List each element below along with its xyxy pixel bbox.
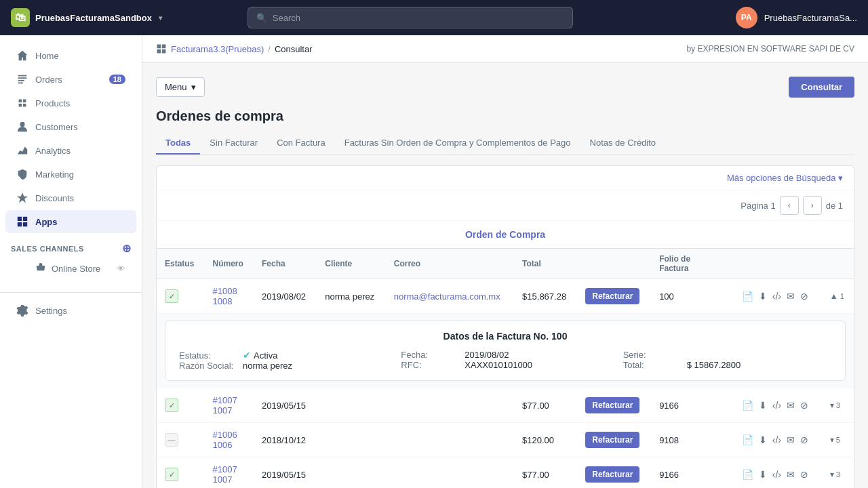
consultar-button[interactable]: Consultar [789,77,854,98]
email-icon[interactable]: ✉ [785,289,796,303]
cancel-icon[interactable]: ⊘ [799,468,810,481]
pagination-prev-button[interactable]: ‹ [780,196,799,215]
order-link[interactable]: #1007 [212,464,245,474]
pagination-bar: Página 1 ‹ › de 1 [157,190,854,221]
sidebar-item-discounts[interactable]: Discounts [5,186,136,209]
col-numero: Número [204,249,254,279]
serie-label: Serie: [623,350,684,360]
apps-icon [16,216,28,228]
code-icon[interactable]: ‹/› [771,433,783,447]
breadcrumb-parent[interactable]: Facturama3.3(Pruebas) [171,44,264,54]
brand[interactable]: 🛍 PruebasFacturamaSandbox ▾ [11,8,162,27]
pdf-icon[interactable]: 📄 [741,433,755,447]
order-link-2[interactable]: 1006 [212,440,245,450]
search-input[interactable] [273,13,564,23]
order-link[interactable]: #1008 [212,286,245,296]
settings-label: Settings [35,306,67,316]
expand-button[interactable]: ▾ 3 [830,401,840,410]
store-dropdown-icon[interactable]: ▾ [159,14,162,22]
download-icon[interactable]: ⬇ [757,399,768,412]
sidebar-item-analytics[interactable]: Analytics [5,139,136,162]
invoice-detail-cell: Datos de la Factura No. 100 Estatus: ✔ A… [157,314,854,388]
sidebar-item-customers[interactable]: Customers [5,115,136,138]
sidebar-item-settings[interactable]: Settings [5,299,136,322]
sidebar-item-orders[interactable]: Orders 18 [5,68,136,91]
sidebar-item-products[interactable]: Products [5,92,136,115]
row-folio: 9166 [651,388,732,423]
order-link-2[interactable]: 1007 [212,405,245,415]
refacturar-button[interactable]: Refacturar [585,288,639,304]
code-icon[interactable]: ‹/› [771,468,783,481]
row-total: $15,867.28 [514,279,577,314]
row-icons: 📄 ⬇ ‹/› ✉ ⊘ [732,388,822,423]
topnav: 🛍 PruebasFacturamaSandbox ▾ 🔍 PA Pruebas… [0,0,868,35]
row-estatus: ✓ [157,458,204,489]
avatar[interactable]: PA [736,7,757,28]
cancel-icon[interactable]: ⊘ [799,433,810,447]
email-icon[interactable]: ✉ [785,399,796,412]
estatus-icon-gray: — [165,433,178,447]
email-icon[interactable]: ✉ [785,433,796,447]
row-fecha: 2018/10/12 [254,423,317,458]
sidebar-item-online-store[interactable]: Online Store 👁 [5,258,136,279]
customers-icon [16,121,28,133]
sidebar-item-marketing[interactable]: Marketing [5,163,136,186]
razon-social-label: Razón Social: [179,361,240,371]
tab-facturas-sin-orden[interactable]: Facturas Sin Orden de Compra y Complemen… [335,132,580,155]
pagination-next-button[interactable]: › [803,196,822,215]
code-icon[interactable]: ‹/› [771,289,783,303]
code-icon[interactable]: ‹/› [771,399,783,412]
download-icon[interactable]: ⬇ [757,433,768,447]
orders-table-card: Más opciones de Búsqueda ▾ Página 1 ‹ › … [156,165,854,488]
order-link[interactable]: #1006 [212,430,245,440]
sidebar-item-home[interactable]: Home [5,44,136,67]
add-sales-channel-icon[interactable]: ⊕ [122,242,132,255]
marketing-icon [16,168,28,180]
pdf-icon[interactable]: 📄 [741,289,755,303]
pdf-icon[interactable]: 📄 [741,399,755,412]
row-action-icons: 📄 ⬇ ‹/› ✉ ⊘ [741,468,814,481]
download-icon[interactable]: ⬇ [757,468,768,481]
row-numero: #1007 1007 [204,388,254,423]
order-link[interactable]: #1007 [212,395,245,405]
download-icon[interactable]: ⬇ [757,289,768,303]
expand-button[interactable]: ▾ 3 [830,470,840,479]
col-total: Total [514,249,577,279]
cancel-icon[interactable]: ⊘ [799,289,810,303]
row-total: $77.00 [514,388,577,423]
order-link-2[interactable]: 1008 [212,296,245,306]
sidebar-item-apps[interactable]: Apps [5,210,136,233]
row-action-icons: 📄 ⬇ ‹/› ✉ ⊘ [741,399,814,412]
fecha-row: Fecha: 2019/08/02 [401,350,609,360]
row-total: $77.00 [514,458,577,489]
tabs: Todas Sin Facturar Con Factura Facturas … [156,132,854,155]
refacturar-button[interactable]: Refacturar [585,432,639,448]
col-folio: Folio deFactura [651,249,732,279]
tab-sin-facturar[interactable]: Sin Facturar [200,132,267,155]
tab-notas-credito[interactable]: Notas de Crédito [580,132,666,155]
expand-button[interactable]: ▲ 1 [830,291,844,301]
expand-button[interactable]: ▾ 5 [830,435,840,445]
estatus-check-icon: ✔ [243,350,251,361]
breadcrumb-current: Consultar [275,44,313,54]
row-correo [386,458,514,489]
menu-button[interactable]: Menu ▾ [156,77,205,97]
menu-label: Menu [165,82,187,92]
row-expand: ▾ 3 [822,388,854,423]
refacturar-button[interactable]: Refacturar [585,397,639,413]
cancel-icon[interactable]: ⊘ [799,399,810,412]
pdf-icon[interactable]: 📄 [741,468,755,481]
tab-con-factura[interactable]: Con Factura [267,132,335,155]
order-link-2[interactable]: 1007 [212,474,245,485]
email-icon[interactable]: ✉ [785,468,796,481]
email-link[interactable]: norma@facturama.com.mx [394,291,500,302]
topnav-store-label: PruebasFacturamaSa... [764,13,857,23]
estatus-label: Estatus: [179,350,240,361]
search-options-link[interactable]: Más opciones de Búsqueda ▾ [727,173,843,183]
tab-todas[interactable]: Todas [156,132,200,155]
sidebar: Home Orders 18 Products Customers Analyt… [0,35,142,488]
visibility-icon[interactable]: 👁 [117,264,125,274]
row-estatus: ✓ [157,388,204,423]
refacturar-button[interactable]: Refacturar [585,466,639,483]
search-bar[interactable]: 🔍 [248,7,573,28]
